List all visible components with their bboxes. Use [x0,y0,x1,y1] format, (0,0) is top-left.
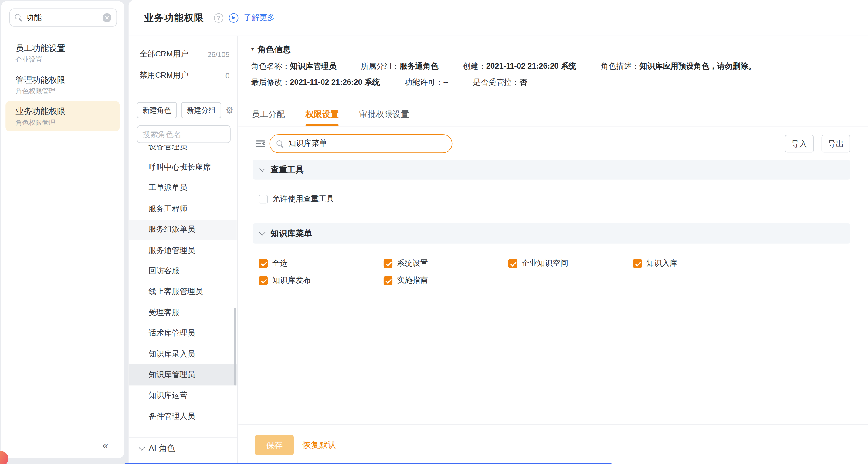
role-list-item[interactable]: 回访客服 [129,261,237,282]
checkbox-cell[interactable]: 系统设置 [383,255,508,272]
role-modified-field: 最后修改：2021-11-02 21:26:20 系统 [251,78,380,88]
role-list-item[interactable]: 线上客服管理员 [129,282,237,302]
permission-search-input[interactable] [288,139,445,148]
sidebar-item-label: 管理功能权限 [16,75,110,84]
role-description-field: 角色描述：知识库应用预设角色，请勿删除。 [600,62,756,72]
role-info-row-1: 角色名称：知识库管理员 所属分组：服务通角色 创建：2021-11-02 21:… [238,62,868,72]
checkbox-icon[interactable] [259,276,268,285]
tab-permission-settings[interactable]: 权限设置 [305,103,339,126]
page-title: 业务功能权限 [144,11,204,24]
sidebar-item-sublabel: 企业设置 [16,56,110,63]
export-button[interactable]: 导出 [822,135,850,152]
reset-default-link[interactable]: 恢复默认 [303,439,336,450]
checkbox-cell[interactable]: 知识库发布 [259,272,383,289]
dedup-tool-checkbox-item[interactable]: 允许使用查重工具 [259,194,334,204]
all-crm-users-row[interactable]: 全部CRM用户 26/105 [140,44,229,65]
role-list-item[interactable]: 服务工程师 [129,199,237,219]
permission-search-box[interactable] [270,134,453,153]
checkbox-icon[interactable] [383,276,393,285]
checkbox-cell[interactable]: 实施指南 [383,272,508,289]
role-list-item[interactable]: 设备管理员 [129,145,237,157]
search-icon [15,14,22,21]
sidebar-item-label: 业务功能权限 [16,107,110,116]
help-icon[interactable]: ? [214,13,223,23]
checkbox-cell[interactable]: 企业知识空间 [508,255,633,272]
new-group-button[interactable]: 新建分组 [181,102,221,118]
disabled-crm-users-row[interactable]: 禁用CRM用户 0 [140,65,229,86]
role-info-row-2: 最后修改：2021-11-02 21:26:20 系统 功能许可：-- 是否受管… [238,78,868,88]
checkbox-cell[interactable]: 知识入库 [633,255,758,272]
checkbox-icon[interactable] [383,259,393,267]
role-list-item[interactable]: 工单派单员 [129,178,237,199]
sidebar-item-label: 员工功能设置 [16,43,110,53]
checkbox-icon[interactable] [633,259,642,267]
chevron-down-icon [259,166,266,172]
learn-more-link[interactable]: 了解更多 [244,13,275,23]
tab-approval-permission-settings[interactable]: 审批权限设置 [359,103,409,126]
role-list-item[interactable]: 话术库管理员 [129,323,237,344]
role-info-title: 角色信息 [257,43,291,55]
section-header-dedup-tool[interactable]: 查重工具 [253,160,850,180]
role-name-field: 角色名称：知识库管理员 [251,62,336,72]
role-list-item[interactable]: 受理客服 [129,302,237,323]
sidebar-search-input[interactable] [26,13,99,22]
section-header-kb-menu[interactable]: 知识库菜单 [253,224,850,243]
role-search-input[interactable] [142,130,225,139]
save-button[interactable]: 保存 [255,435,294,455]
tab-employee-assignment[interactable]: 员工分配 [252,103,285,126]
checkbox-icon[interactable] [259,259,268,267]
ai-role-group-label: AI 角色 [148,443,175,454]
caret-down-icon: ▾ [251,43,254,55]
role-list-inner: 设备管理员 呼叫中心班长座席 工单派单员 服务工程师 服务组派单员 服务通管理员… [129,145,237,427]
role-list-item[interactable]: 服务组派单员 [129,219,237,240]
role-list-item[interactable]: 备件管理人员 [129,406,237,427]
section-title: 知识库菜单 [271,228,312,239]
role-controlled-field: 是否受管控：否 [473,78,527,88]
main-panel: 业务功能权限 ? 了解更多 全部CRM用户 26/105 禁用CRM用户 0 新… [129,0,868,464]
checkbox-label: 允许使用查重工具 [272,194,335,204]
checkbox-label: 系统设置 [397,258,428,268]
chevron-down-icon [139,444,145,451]
new-role-button[interactable]: 新建角色 [137,102,177,118]
role-list-item[interactable]: 知识库运营 [129,385,237,406]
clear-icon[interactable]: ✕ [102,13,112,22]
role-list-scrollbar[interactable] [234,308,236,386]
all-crm-users-count: 26/105 [208,50,230,58]
role-list-item[interactable]: 服务通管理员 [129,240,237,261]
checkbox-icon[interactable] [508,259,517,267]
left-sidebar: ✕ 员工功能设置 企业设置 管理功能权限 角色权限管理 业务功能权限 角色权限管… [1,1,124,458]
role-panel: 全部CRM用户 26/105 禁用CRM用户 0 新建角色 新建分组 ⚙ 设备管 [129,36,238,464]
collapse-list-icon[interactable] [255,138,266,149]
checkbox-label: 全选 [272,258,288,268]
sidebar-item-employee-settings[interactable]: 员工功能设置 企业设置 [5,38,120,68]
role-list-item[interactable]: 知识库管理员 [129,365,237,385]
all-crm-users-label: 全部CRM用户 [140,50,188,60]
role-list-item[interactable]: 呼叫中心班长座席 [129,157,237,178]
sidebar-item-admin-permissions[interactable]: 管理功能权限 角色权限管理 [5,69,120,99]
role-info-header[interactable]: ▾ 角色信息 [238,36,868,56]
chevron-down-icon [259,229,266,236]
gear-icon[interactable]: ⚙ [225,106,234,114]
checkbox-icon[interactable] [259,195,268,203]
role-search-box[interactable] [137,125,231,143]
checkbox-label: 实施指南 [397,276,428,285]
role-list: 设备管理员 呼叫中心班长座席 工单派单员 服务工程师 服务组派单员 服务通管理员… [129,145,237,437]
search-icon [277,140,284,147]
sidebar-menu: 员工功能设置 企业设置 管理功能权限 角色权限管理 业务功能权限 角色权限管理 [1,37,124,133]
play-video-icon[interactable] [229,13,238,23]
role-list-item[interactable]: 知识库录入员 [129,344,237,365]
page-header: 业务功能权限 ? 了解更多 [129,0,868,36]
section-title: 查重工具 [271,165,304,175]
tab-bar: 员工分配 权限设置 审批权限设置 [238,103,868,127]
import-button[interactable]: 导入 [785,135,814,152]
checkbox-cell[interactable]: 全选 [259,255,383,272]
ai-role-group-header[interactable]: AI 角色 [129,437,237,464]
collapse-sidebar-button[interactable]: « [102,440,108,451]
sidebar-item-business-permissions[interactable]: 业务功能权限 角色权限管理 [5,101,120,131]
sidebar-search-box[interactable]: ✕ [9,8,117,26]
disabled-crm-users-label: 禁用CRM用户 [140,70,188,81]
role-summary: 全部CRM用户 26/105 禁用CRM用户 0 [129,36,237,94]
app-root: ✕ 员工功能设置 企业设置 管理功能权限 角色权限管理 业务功能权限 角色权限管… [0,0,868,464]
permission-toolbar: 导入 导出 [238,133,868,155]
action-footer: 保存 恢复默认 [238,424,868,464]
